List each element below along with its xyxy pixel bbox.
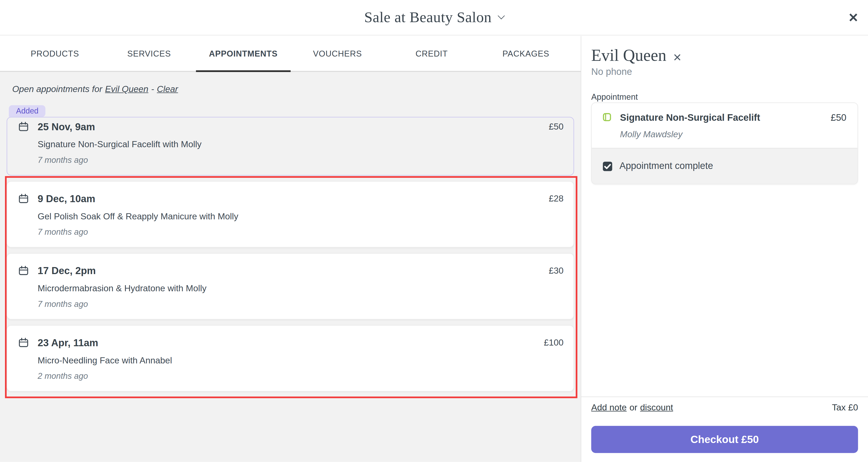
appointment-price: £30 — [549, 266, 563, 276]
appointment-age: 7 months ago — [38, 154, 542, 165]
discount-link[interactable]: discount — [640, 403, 673, 412]
filter-prefix: Open appointments for — [12, 84, 102, 94]
appointment-service: Micro-Needling Face with Annabel — [38, 355, 537, 366]
cart-item-card: Signature Non-Surgical Facelift £50 Moll… — [591, 102, 858, 184]
appointment-complete-label: Appointment complete — [619, 160, 713, 172]
customer-name: Evil Queen — [591, 47, 666, 64]
appointment-date: 25 Nov, 9am — [38, 120, 542, 133]
appointment-age: 7 months ago — [38, 299, 542, 310]
appointment-date: 9 Dec, 10am — [38, 192, 542, 206]
page-title: Sale at Beauty Salon — [364, 9, 492, 26]
appointment-card[interactable]: 17 Dec, 2pm Microdermabrasion & Hydraton… — [6, 253, 574, 319]
or-text: or — [629, 403, 638, 412]
calendar-icon — [19, 266, 28, 277]
tab-credit[interactable]: CREDIT — [384, 36, 479, 71]
chevron-down-icon[interactable] — [498, 12, 505, 19]
cart-panel: Evil Queen No phone Appointment — [581, 36, 868, 462]
appointment-list: Added 25 Nov, 9am Signature Non-Surgical… — [6, 105, 574, 398]
sale-main-area: PRODUCTSSERVICESAPPOINTMENTSVOUCHERSCRED… — [0, 36, 581, 462]
cart-item-price: £50 — [831, 113, 846, 123]
added-badge: Added — [9, 105, 46, 117]
tab-appointments[interactable]: APPOINTMENTS — [196, 36, 290, 71]
filter-text: Open appointments forEvil Queen-Clear — [12, 84, 574, 94]
calendar-icon — [19, 194, 28, 205]
appointment-price: £100 — [544, 338, 563, 348]
customer-phone: No phone — [591, 66, 858, 78]
appointment-service: Gel Polish Soak Off & Reapply Manicure w… — [38, 211, 542, 222]
appointment-age: 2 months ago — [38, 370, 537, 381]
checkbox-checked-icon[interactable] — [603, 161, 612, 171]
clear-filter-link[interactable]: Clear — [157, 84, 178, 94]
appointments-tab-content: Open appointments forEvil Queen-Clear Ad… — [0, 72, 581, 462]
sale-dialog: Sale at Beauty Salon PRODUCTSSERVICESAPP… — [0, 0, 868, 462]
tabs: PRODUCTSSERVICESAPPOINTMENTSVOUCHERSCRED… — [0, 36, 581, 72]
appointment-service: Signature Non-Surgical Facelift with Mol… — [38, 138, 542, 150]
cart-item-staff: Molly Mawdsley — [620, 128, 846, 140]
appointment-price: £28 — [549, 194, 563, 204]
appointment-card[interactable]: Added 25 Nov, 9am Signature Non-Surgical… — [6, 105, 574, 176]
service-icon — [603, 113, 611, 124]
appointment-date: 17 Dec, 2pm — [38, 264, 542, 277]
sale-header: Sale at Beauty Salon — [0, 0, 868, 35]
close-icon[interactable] — [847, 11, 859, 23]
add-note-link[interactable]: Add note — [591, 403, 627, 412]
appointment-card[interactable]: 23 Apr, 11am Micro-Needling Face with An… — [6, 325, 574, 392]
cart-section-label: Appointment — [591, 91, 858, 102]
appointment-card[interactable]: 9 Dec, 10am Gel Polish Soak Off & Reappl… — [6, 181, 574, 248]
tab-products[interactable]: PRODUCTS — [8, 36, 102, 71]
tab-services[interactable]: SERVICES — [102, 36, 196, 71]
checkout-button[interactable]: Checkout £50 — [591, 426, 858, 453]
cart-customer: Evil Queen — [591, 47, 858, 64]
appointment-complete-row: Appointment complete — [592, 148, 858, 184]
remove-customer-icon[interactable] — [674, 53, 681, 60]
calendar-icon — [19, 338, 28, 349]
cart-footer: Add note or discount Tax £0 — [581, 396, 868, 417]
tab-packages[interactable]: PACKAGES — [479, 36, 573, 71]
tax-label: Tax £0 — [832, 403, 858, 412]
cart-item-name: Signature Non-Surgical Facelift — [620, 112, 825, 124]
filter-dash: - — [151, 84, 154, 94]
highlight-annotation: 9 Dec, 10am Gel Polish Soak Off & Reappl… — [5, 176, 577, 398]
appointment-date: 23 Apr, 11am — [38, 336, 537, 349]
tab-vouchers[interactable]: VOUCHERS — [290, 36, 385, 71]
appointment-age: 7 months ago — [38, 226, 542, 238]
calendar-icon — [19, 122, 28, 133]
filter-customer-link[interactable]: Evil Queen — [105, 84, 149, 94]
appointment-price: £50 — [549, 122, 563, 132]
cart-item[interactable]: Signature Non-Surgical Facelift £50 Moll… — [592, 103, 858, 148]
appointment-service: Microdermabrasion & Hydratone with Molly — [38, 282, 542, 294]
